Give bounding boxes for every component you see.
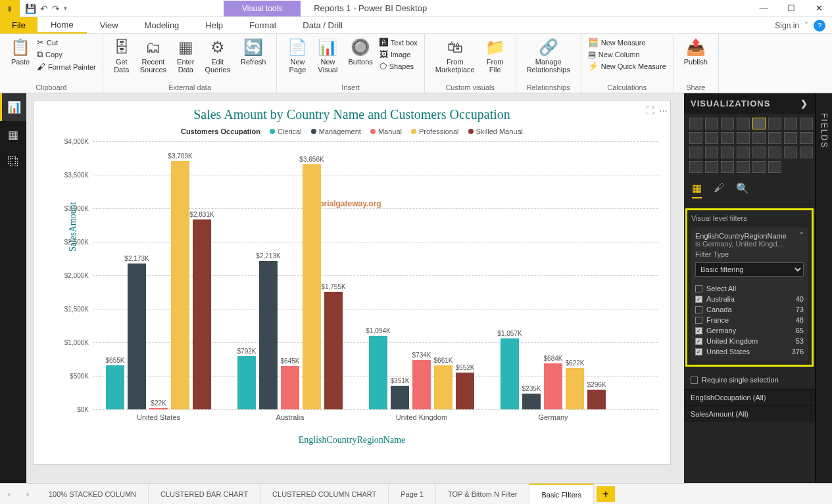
filter-well-sales[interactable]: SalesAmount (All) (684, 405, 815, 422)
new-quick-measure-button[interactable]: ⚡New Quick Measure (588, 60, 666, 72)
page-tab[interactable]: CLUSTERED COLUMN CHART (260, 484, 389, 505)
close-button[interactable]: ✕ (806, 0, 832, 17)
left-nav: 📊 ▦ ⿻ (0, 93, 26, 483)
datadrill-tab[interactable]: Data / Drill (289, 17, 356, 34)
window-title: Reports 1 - Power BI Desktop (314, 3, 750, 13)
redo-icon[interactable]: ↷ (52, 3, 60, 14)
buttons-button[interactable]: 🔘Buttons (344, 37, 376, 67)
filter-type-select[interactable]: Basic filtering (695, 262, 804, 277)
cut-button[interactable]: ✂Cut (37, 37, 96, 48)
manage-relationships-button[interactable]: 🔗Manage Relationships (523, 37, 574, 75)
filter-item[interactable]: France48 (695, 315, 804, 325)
save-icon[interactable]: 💾 (25, 3, 36, 14)
app-logo: ⫾ (0, 0, 20, 17)
filter-item[interactable]: ✓United Kingdom53 (695, 336, 804, 346)
chart-title: Sales Amount by Country Name and Custome… (34, 101, 670, 122)
format-tab[interactable]: Format (236, 17, 289, 34)
format-painter-button[interactable]: 🖌Format Painter (37, 61, 96, 72)
modeling-tab[interactable]: Modeling (132, 17, 193, 34)
refresh-button[interactable]: 🔄Refresh (237, 37, 270, 67)
page-tab[interactable]: Page 1 (389, 484, 436, 505)
page-tab[interactable]: TOP & Bittom N Filter (436, 484, 529, 505)
maximize-button[interactable]: ☐ (778, 0, 804, 17)
format-tab-icon[interactable]: 🖌 (714, 182, 724, 198)
fields-pane-collapsed[interactable]: FIELDS (815, 93, 832, 483)
page-tab[interactable]: 100% STACKED COLUMN (37, 484, 149, 505)
enter-data-button[interactable]: ▦Enter Data (173, 37, 198, 75)
paste-button[interactable]: 📋Paste (7, 37, 34, 67)
page-tab[interactable]: CLUSTERED BAR CHART (149, 484, 260, 505)
chart-plot-area: $0K$500K$1,000K$1,500K$2,000K$2,500K$3,0… (93, 141, 658, 430)
recent-sources-button[interactable]: 🗂Recent Sources (136, 37, 170, 75)
textbox-button[interactable]: 🅰Text box (379, 37, 418, 48)
visualizations-pane: VISUALIZATIONS❯ ▦ 🖌 🔍 Visual level filte… (684, 93, 832, 483)
filter-item[interactable]: ✓United States376 (695, 346, 804, 357)
filter-item[interactable]: ✓Australia40 (695, 294, 804, 304)
report-view-icon[interactable]: 📊 (0, 93, 26, 121)
from-marketplace-button[interactable]: 🛍From Marketplace (431, 37, 479, 75)
report-visual[interactable]: ⛶ ⋯ Sales Amount by Country Name and Cus… (33, 100, 671, 465)
undo-icon[interactable]: ↶ (40, 3, 48, 14)
page-tab[interactable]: Basic FIlters (529, 484, 594, 505)
copy-button[interactable]: ⧉Copy (37, 49, 96, 60)
shapes-button[interactable]: ⬠Shapes (379, 60, 418, 72)
chevron-right-icon[interactable]: ❯ (800, 99, 808, 108)
filter-item[interactable]: ✓Germany65 (695, 325, 804, 336)
visualization-gallery[interactable] (684, 114, 815, 177)
x-axis-label: EnglishCountryRegionName (34, 435, 670, 446)
new-measure-button[interactable]: 🧮New Measure (588, 37, 666, 48)
filter-well-occupation[interactable]: EnglishOccupation (All) (684, 389, 815, 405)
help-tab[interactable]: Help (192, 17, 236, 34)
new-page-button[interactable]: 📄New Page (283, 37, 311, 75)
add-page-button[interactable]: + (597, 486, 615, 502)
collapse-icon[interactable]: ˄ (800, 231, 804, 240)
page-tabs: ‹ › 100% STACKED COLUMNCLUSTERED BAR CHA… (0, 483, 832, 504)
visual-level-filters: Visual level filters EnglishCountryRegio… (685, 208, 814, 367)
get-data-button[interactable]: 🗄Get Data (110, 37, 134, 75)
minimize-button[interactable]: — (750, 0, 777, 17)
edit-queries-button[interactable]: ⚙Edit Queries (201, 37, 234, 75)
home-tab[interactable]: Home (37, 17, 87, 34)
new-visual-button[interactable]: 📊New Visual (314, 37, 341, 75)
titlebar: ⫾ 💾 ↶ ↷ ▾ Visual tools Reports 1 - Power… (0, 0, 832, 17)
view-tab[interactable]: View (87, 17, 132, 34)
filter-item[interactable]: Canada73 (695, 304, 804, 315)
from-file-button[interactable]: 📁From File (481, 37, 509, 75)
visual-tools-tab[interactable]: Visual tools (224, 1, 301, 16)
analytics-tab-icon[interactable]: 🔍 (736, 182, 749, 198)
canvas: ⛶ ⋯ Sales Amount by Country Name and Cus… (26, 93, 684, 483)
data-view-icon[interactable]: ▦ (0, 121, 26, 149)
model-view-icon[interactable]: ⿻ (0, 149, 26, 176)
file-menu[interactable]: File (0, 17, 37, 34)
sign-in-link[interactable]: Sign in (775, 21, 799, 30)
help-icon[interactable]: ? (814, 20, 825, 32)
tab-scroll-right[interactable]: › (18, 490, 37, 499)
fields-tab-icon[interactable]: ▦ (692, 182, 702, 198)
require-single-checkbox[interactable]: Require single selection (702, 376, 779, 384)
ribbon: 📋Paste ✂Cut ⧉Copy 🖌Format Painter Clipbo… (0, 34, 832, 93)
new-column-button[interactable]: ▤New Column (588, 49, 666, 60)
focus-mode-icon[interactable]: ⛶ (646, 106, 654, 116)
menubar: File Home View Modeling Help Format Data… (0, 17, 832, 34)
image-button[interactable]: 🖼Image (379, 49, 418, 60)
publish-button[interactable]: 📤Publish (680, 37, 712, 67)
tab-scroll-left[interactable]: ‹ (0, 490, 18, 499)
chart-legend: Customers OccupationClericalManagementMa… (34, 127, 670, 135)
more-options-icon[interactable]: ⋯ (659, 106, 668, 116)
